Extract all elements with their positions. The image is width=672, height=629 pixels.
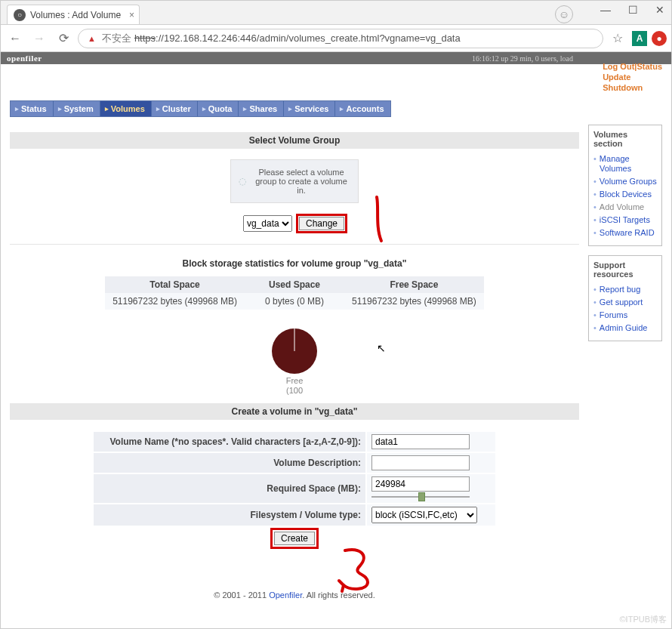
insecure-warning-icon: ▲ — [85, 34, 99, 43]
side-report-bug[interactable]: Report bug — [593, 283, 657, 296]
shutdown-link[interactable]: Shutdown — [603, 82, 662, 93]
side-block-devices[interactable]: Block Devices — [593, 188, 657, 201]
side-add-volume[interactable]: Add Volume — [593, 201, 657, 214]
maximize-icon[interactable]: ☐ — [626, 4, 640, 16]
required-space-input[interactable] — [371, 476, 470, 492]
val-used: 0 bytes (0 MB) — [245, 293, 344, 310]
browser-toolbar: ← → ⟳ ▲ 不安全 https://192.168.142.246:446/… — [1, 25, 671, 52]
nav-services[interactable]: ▸Services — [284, 101, 335, 116]
footer: © 2001 - 2011 Openfiler. All rights rese… — [10, 590, 579, 600]
side-software-raid[interactable]: Software RAID — [593, 227, 657, 239]
change-button[interactable]: Change — [299, 217, 344, 230]
col-used: Used Space — [245, 276, 344, 293]
main-nav: ▸Status ▸System ▸Volumes ▸Cluster ▸Quota… — [10, 100, 391, 117]
stats-table: Total Space Used Space Free Space 511967… — [105, 276, 484, 310]
nav-system[interactable]: ▸System — [54, 101, 100, 116]
watermark: ©ITPUB博客 — [620, 614, 667, 625]
extension-b-icon[interactable]: ● — [652, 31, 667, 46]
val-free: 511967232 bytes (499968 MB) — [344, 293, 484, 310]
create-button[interactable]: Create — [274, 532, 315, 545]
window-controls: — ☐ ✕ — [599, 4, 667, 16]
url-scheme: https — [134, 32, 156, 44]
tab-title: Volumes : Add Volume — [30, 10, 121, 20]
space-slider[interactable] — [371, 493, 470, 501]
sidebar-volumes: Volumes section Manage Volumes Volume Gr… — [588, 125, 662, 246]
side-get-support[interactable]: Get support — [593, 296, 657, 309]
side-iscsi-targets[interactable]: iSCSI Targets — [593, 214, 657, 227]
browser-tab[interactable]: ○ Volumes : Add Volume × — [7, 5, 140, 24]
create-heading: Create a volume in "vg_data" — [10, 403, 579, 420]
status-link[interactable]: Status — [637, 62, 662, 71]
close-window-icon[interactable]: ✕ — [653, 4, 667, 16]
back-icon[interactable]: ← — [5, 29, 25, 48]
uptime-text: 16:16:12 up 29 min, 0 users, load — [472, 54, 573, 63]
table-row: 511967232 bytes (499968 MB) 0 bytes (0 M… — [105, 293, 484, 310]
header-links: Log Out|Status Update Shutdown — [603, 61, 662, 93]
address-bar[interactable]: ▲ 不安全 https://192.168.142.246:446/admin/… — [78, 29, 603, 48]
sidebar-support-title: Support resources — [593, 261, 657, 279]
footer-link[interactable]: Openfiler — [269, 590, 302, 600]
side-admin-guide[interactable]: Admin Guide — [593, 322, 657, 335]
url-text: ://192.168.142.246:446/admin/volumes_cre… — [156, 32, 461, 44]
stats-heading: Block storage statistics for volume grou… — [10, 255, 579, 276]
brand-label: openfiler — [7, 54, 42, 63]
volume-desc-input[interactable] — [371, 455, 470, 470]
val-total: 511967232 bytes (499968 MB) — [105, 293, 245, 310]
pie-chart — [271, 328, 318, 375]
reload-icon[interactable]: ⟳ — [54, 29, 73, 48]
bookmark-star-icon[interactable]: ☆ — [608, 29, 627, 48]
label-volname: Volume Name (*no spaces*. Valid characte… — [94, 432, 365, 452]
create-form: Volume Name (*no spaces*. Valid characte… — [92, 430, 497, 527]
volume-name-input[interactable] — [371, 434, 470, 449]
col-total: Total Space — [105, 276, 245, 293]
profile-icon[interactable]: ☺ — [555, 5, 573, 23]
sidebar-volumes-title: Volumes section — [593, 130, 657, 148]
logout-link[interactable]: Log Out — [603, 62, 634, 71]
label-voldesc: Volume Description: — [94, 453, 365, 473]
nav-accounts[interactable]: ▸Accounts — [335, 101, 390, 116]
tip-text: Please select a volume group to create a… — [252, 168, 350, 195]
insecure-label: 不安全 — [102, 32, 131, 45]
minimize-icon[interactable]: — — [599, 4, 612, 16]
browser-tabbar: ○ Volumes : Add Volume × ☺ — ☐ ✕ — [1, 1, 671, 25]
nav-cluster[interactable]: ▸Cluster — [152, 101, 198, 116]
mouse-cursor-icon: ↖ — [377, 342, 386, 354]
side-manage-volumes[interactable]: Manage Volumes — [593, 153, 657, 175]
tip-box: Please select a volume group to create a… — [230, 159, 359, 203]
volume-group-select[interactable]: vg_data — [243, 215, 292, 232]
label-reqspace: Required Space (MB): — [94, 474, 365, 503]
tab-favicon: ○ — [14, 9, 26, 21]
nav-quota[interactable]: ▸Quota — [198, 101, 239, 116]
app-header: openfiler 16:16:12 up 29 min, 0 users, l… — [1, 52, 671, 64]
extension-a-icon[interactable]: A — [632, 31, 647, 46]
select-vg-heading: Select Volume Group — [10, 132, 579, 149]
pie-caption: Free(100 — [10, 376, 579, 396]
nav-volumes[interactable]: ▸Volumes — [100, 101, 152, 116]
nav-status[interactable]: ▸Status — [11, 101, 54, 116]
nav-shares[interactable]: ▸Shares — [239, 101, 284, 116]
forward-icon[interactable]: → — [29, 29, 49, 48]
tab-close-icon[interactable]: × — [129, 10, 134, 20]
fstype-select[interactable]: block (iSCSI,FC,etc) — [371, 507, 477, 523]
update-link[interactable]: Update — [603, 72, 662, 82]
lightbulb-icon — [239, 176, 246, 187]
sidebar-support: Support resources Report bug Get support… — [588, 255, 662, 341]
label-fstype: Filesystem / Volume type: — [94, 504, 365, 526]
side-volume-groups[interactable]: Volume Groups — [593, 175, 657, 188]
col-free: Free Space — [344, 276, 484, 293]
side-forums[interactable]: Forums — [593, 309, 657, 322]
